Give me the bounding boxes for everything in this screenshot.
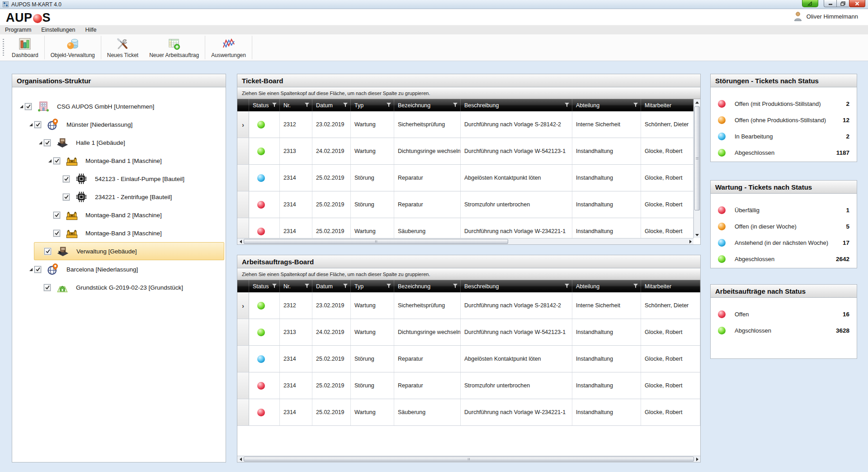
filter-funnel-icon[interactable] <box>343 102 348 108</box>
horizontal-scrollbar[interactable] <box>237 238 693 244</box>
neues-ticket-button[interactable]: Neues Ticket <box>102 34 144 61</box>
column-header-status[interactable]: Status <box>249 280 280 292</box>
table-row[interactable]: 2314 25.02.2019 Wartung Säuberung Durchf… <box>237 399 700 426</box>
filter-funnel-icon[interactable] <box>304 102 310 108</box>
table-row[interactable]: 2314 25.02.2019 Störung Reparatur Abgelö… <box>237 346 700 372</box>
tree-node-muenster[interactable]: Münster [Niederlassung] <box>12 115 226 133</box>
status-count: 17 <box>843 239 849 246</box>
filter-funnel-icon[interactable] <box>564 283 570 289</box>
tree-node-zentrifuge[interactable]: 234221 - Zentrifuge [Bauteil] <box>12 188 226 206</box>
filter-funnel-icon[interactable] <box>272 102 277 108</box>
tree-expander-icon[interactable] <box>46 159 53 163</box>
checkbox[interactable] <box>44 139 51 146</box>
menu-item-programm[interactable]: Programm <box>0 25 36 35</box>
tree-expander-icon[interactable] <box>27 267 34 272</box>
checkbox[interactable] <box>34 121 41 128</box>
scroll-left-arrow[interactable] <box>237 238 244 244</box>
table-row[interactable]: 2312 23.02.2019 Wartung Sicherheitsprüfu… <box>237 292 700 319</box>
checkbox[interactable] <box>44 248 51 255</box>
tree-expander-icon[interactable] <box>27 123 34 127</box>
column-header-nr[interactable]: Nr. <box>280 280 312 292</box>
table-row[interactable]: 2314 25.02.2019 Wartung Säuberung Durchf… <box>237 218 693 238</box>
checkbox[interactable] <box>63 194 70 200</box>
checkbox[interactable] <box>25 103 32 110</box>
minimize-button[interactable] <box>824 0 836 7</box>
tree-node-csg-aupos[interactable]: CSG AUPOS GmbH [Unternehmen] <box>12 97 226 115</box>
filter-funnel-icon[interactable] <box>453 102 458 108</box>
column-header-mitarbeiter[interactable]: Mitarbeiter <box>641 280 700 292</box>
scrollbar-thumb[interactable] <box>694 106 700 210</box>
table-row[interactable]: 2313 24.02.2019 Wartung Dichtungsringe w… <box>237 138 693 165</box>
auswertungen-button[interactable]: Auswertungen <box>206 34 251 61</box>
column-header-beschreibung[interactable]: Beschreibung <box>461 280 572 292</box>
filter-funnel-icon[interactable] <box>633 102 638 108</box>
organisation-panel-title: Organisations-Struktur <box>12 74 226 87</box>
checkbox[interactable] <box>34 266 41 273</box>
column-header-typ[interactable]: Typ <box>351 280 394 292</box>
scroll-right-arrow[interactable] <box>694 456 700 462</box>
title-bar[interactable]: AUPOS M-KART 4.0 <box>0 0 868 9</box>
table-row[interactable]: 2314 25.02.2019 Störung Reparatur Stromz… <box>237 191 693 218</box>
tree-node-halle-1[interactable]: Halle 1 [Gebäude] <box>12 133 226 152</box>
window-title: AUPOS M-KART 4.0 <box>11 1 61 8</box>
menu-item-einstellungen[interactable]: Einstellungen <box>36 25 80 35</box>
checkbox[interactable] <box>53 157 60 164</box>
vertical-scrollbar[interactable] <box>693 99 700 238</box>
tree-node-montage-band-2[interactable]: Montage-Band 2 [Maschine] <box>12 206 226 224</box>
filter-funnel-icon[interactable] <box>386 283 392 289</box>
tree-node-barcelona[interactable]: Barcelona [Niederlassung] <box>12 260 226 278</box>
restore-button[interactable] <box>836 0 849 7</box>
scrollbar-thumb[interactable] <box>244 457 694 462</box>
tree-node-montage-band-1[interactable]: Montage-Band 1 [Maschine] <box>12 152 226 170</box>
group-by-area[interactable]: Ziehen Sie einen Spaltenkopf auf diese F… <box>237 87 700 99</box>
tree-node-grundstueck[interactable]: Grundstück G-2019-02-23 [Grundstück] <box>12 278 226 296</box>
filter-funnel-icon[interactable] <box>272 283 277 289</box>
dashboard-button[interactable]: Dashboard <box>6 34 44 61</box>
filter-funnel-icon[interactable] <box>633 283 638 289</box>
column-header-bezeichnung[interactable]: Bezeichnung <box>394 99 461 111</box>
column-header-datum[interactable]: Datum <box>312 280 351 292</box>
scroll-left-arrow[interactable] <box>237 456 244 462</box>
column-header-mitarbeiter[interactable]: Mitarbeiter <box>641 99 693 111</box>
column-header-status[interactable]: Status <box>249 99 280 111</box>
logo-text-right: S <box>42 11 51 25</box>
tree-expander-icon[interactable] <box>37 141 44 145</box>
horizontal-scrollbar[interactable] <box>237 456 700 462</box>
column-header-nr[interactable]: Nr. <box>280 99 312 111</box>
scroll-up-arrow[interactable] <box>694 99 700 105</box>
table-row[interactable]: 2312 23.02.2019 Wartung Sicherheitsprüfu… <box>237 111 693 138</box>
tree-node-verwaltung-selected[interactable]: Verwaltung [Gebäude] <box>34 242 224 260</box>
tree-expander-icon[interactable] <box>18 105 25 109</box>
filter-funnel-icon[interactable] <box>343 283 348 289</box>
column-header-abteilung[interactable]: Abteilung <box>572 280 641 292</box>
scrollbar-thumb[interactable] <box>244 239 508 244</box>
neuer-arbeitsauftrag-button[interactable]: Neuer Arbeitsauftrag <box>144 34 204 61</box>
table-row[interactable]: 2313 24.02.2019 Wartung Dichtungsringe w… <box>237 319 700 346</box>
status-orb <box>257 121 265 129</box>
tree-node-einlauf-pumpe[interactable]: 542123 - Einlauf-Pumpe [Bauteil] <box>12 170 226 188</box>
column-header-bezeichnung[interactable]: Bezeichnung <box>394 280 461 292</box>
column-header-beschreibung[interactable]: Beschreibung <box>461 99 572 111</box>
column-header-abteilung[interactable]: Abteilung <box>572 99 641 111</box>
filter-funnel-icon[interactable] <box>304 283 310 289</box>
scroll-right-arrow[interactable] <box>687 238 693 244</box>
launch-green-button[interactable] <box>802 0 818 7</box>
group-by-area[interactable]: Ziehen Sie einen Spaltenkopf auf diese F… <box>237 268 700 280</box>
filter-funnel-icon[interactable] <box>564 102 570 108</box>
column-header-datum[interactable]: Datum <box>312 99 351 111</box>
menu-item-hilfe[interactable]: Hilfe <box>80 25 101 35</box>
checkbox[interactable] <box>63 176 70 182</box>
checkbox[interactable] <box>53 230 60 237</box>
table-row[interactable]: 2314 25.02.2019 Störung Reparatur Stromz… <box>237 372 700 399</box>
table-row[interactable]: 2314 25.02.2019 Störung Reparatur Abgelö… <box>237 165 693 191</box>
objekt-verwaltung-button[interactable]: Objekt-Verwaltung <box>45 34 100 61</box>
filter-funnel-icon[interactable] <box>386 102 392 108</box>
checkbox[interactable] <box>53 212 60 219</box>
toolbar-grip-handle[interactable] <box>3 39 4 57</box>
column-header-typ[interactable]: Typ <box>351 99 394 111</box>
filter-funnel-icon[interactable] <box>453 283 458 289</box>
scroll-down-arrow[interactable] <box>694 232 700 238</box>
tree-node-montage-band-3[interactable]: Montage-Band 3 [Maschine] <box>12 224 226 242</box>
close-button[interactable] <box>849 0 865 7</box>
checkbox[interactable] <box>44 284 51 291</box>
